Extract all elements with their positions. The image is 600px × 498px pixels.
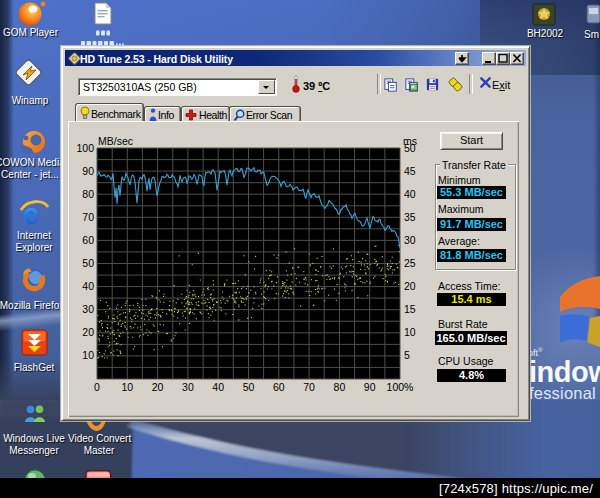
- svg-text:10: 10: [82, 349, 94, 361]
- svg-text:25: 25: [404, 257, 416, 269]
- svg-text:40: 40: [404, 188, 416, 200]
- svg-text:20: 20: [82, 326, 94, 338]
- svg-text:20: 20: [404, 280, 416, 292]
- svg-text:70: 70: [303, 381, 315, 393]
- svg-text:20: 20: [152, 381, 164, 393]
- svg-text:ms: ms: [403, 135, 417, 147]
- svg-text:90: 90: [82, 165, 94, 177]
- svg-text:100: 100: [76, 142, 94, 154]
- svg-text:45: 45: [404, 165, 416, 177]
- svg-text:40: 40: [212, 381, 224, 393]
- svg-text:35: 35: [404, 211, 416, 223]
- svg-text:10: 10: [404, 326, 416, 338]
- svg-text:80: 80: [334, 381, 346, 393]
- svg-text:MB/sec: MB/sec: [98, 135, 133, 147]
- svg-text:60: 60: [82, 234, 94, 246]
- svg-text:50: 50: [82, 257, 94, 269]
- svg-text:90: 90: [364, 381, 376, 393]
- svg-text:30: 30: [404, 234, 416, 246]
- svg-text:70: 70: [82, 211, 94, 223]
- svg-text:30: 30: [182, 381, 194, 393]
- svg-text:10: 10: [121, 381, 133, 393]
- svg-text:50: 50: [243, 381, 255, 393]
- svg-text:60: 60: [273, 381, 285, 393]
- svg-text:80: 80: [82, 188, 94, 200]
- svg-text:100%: 100%: [387, 381, 414, 393]
- svg-text:40: 40: [82, 280, 94, 292]
- svg-text:0: 0: [94, 381, 100, 393]
- svg-text:15: 15: [404, 303, 416, 315]
- svg-text:5: 5: [404, 349, 410, 361]
- svg-text:30: 30: [82, 303, 94, 315]
